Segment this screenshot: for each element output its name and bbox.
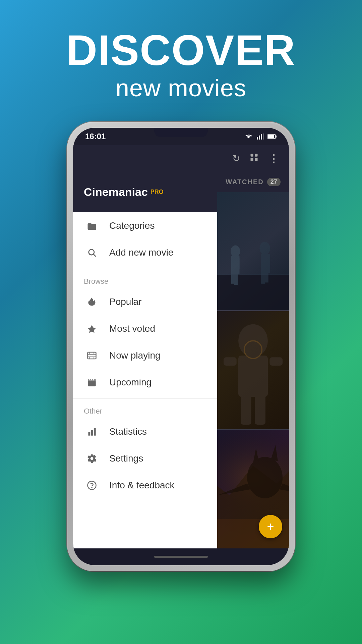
drawer-item-categories[interactable]: Categories — [73, 212, 217, 239]
svg-rect-14 — [88, 352, 96, 359]
svg-point-33 — [231, 245, 240, 257]
drawer-item-popular[interactable]: Popular — [73, 288, 217, 315]
movie-scene-1 — [217, 192, 289, 310]
svg-rect-52 — [217, 359, 218, 429]
phone-mockup: 16:01 — [67, 122, 295, 571]
drawer-items-list: Categories Add new movie — [73, 212, 217, 548]
drawer-item-most-voted[interactable]: Most voted — [73, 315, 217, 342]
discover-title: DISCOVER — [66, 27, 296, 74]
chart-icon — [84, 424, 100, 440]
movie-bg-1 — [217, 192, 289, 310]
info-feedback-label: Info & feedback — [109, 480, 175, 491]
svg-point-57 — [247, 457, 283, 498]
svg-rect-27 — [91, 430, 93, 436]
svg-rect-6 — [268, 135, 274, 138]
svg-rect-41 — [261, 271, 265, 284]
statistics-label: Statistics — [109, 426, 147, 437]
svg-rect-48 — [269, 357, 283, 366]
fab-container: + — [259, 515, 282, 538]
search-icon — [84, 245, 100, 261]
discover-subtitle: new movies — [66, 74, 296, 102]
main-content: Cinemaniac PRO Cate — [73, 172, 289, 548]
svg-rect-2 — [261, 134, 262, 140]
svg-rect-28 — [94, 428, 96, 435]
movie-panel: WATCHED 27 — [217, 172, 289, 548]
drawer-item-upcoming[interactable]: Upcoming — [73, 369, 217, 396]
wifi-icon — [244, 133, 253, 140]
svg-rect-42 — [264, 271, 268, 282]
watched-bar: WATCHED 27 — [217, 172, 289, 192]
popular-label: Popular — [109, 297, 142, 307]
header-section: DISCOVER new movies — [66, 27, 296, 102]
clapperboard-icon — [84, 374, 100, 390]
svg-rect-7 — [251, 154, 253, 157]
fab-add-button[interactable]: + — [259, 515, 282, 538]
refresh-icon[interactable]: ↻ — [232, 153, 240, 164]
svg-marker-13 — [88, 325, 96, 333]
fire-icon — [84, 294, 100, 310]
svg-rect-46 — [238, 356, 268, 397]
svg-rect-49 — [241, 395, 251, 425]
drawer-item-statistics[interactable]: Statistics — [73, 418, 217, 445]
drawer-item-settings[interactable]: Settings — [73, 445, 217, 472]
svg-rect-3 — [263, 133, 264, 140]
film-icon — [84, 347, 100, 364]
settings-label: Settings — [109, 453, 143, 464]
home-indicator — [154, 556, 208, 558]
upcoming-label: Upcoming — [109, 377, 152, 388]
bottom-bar — [73, 548, 289, 565]
add-movie-label: Add new movie — [109, 247, 173, 258]
more-options-icon[interactable]: ⋮ — [268, 152, 279, 165]
movie-bg-2 — [217, 311, 289, 429]
drawer-item-info-feedback[interactable]: Info & feedback — [73, 472, 217, 499]
svg-rect-5 — [276, 136, 277, 138]
svg-rect-8 — [255, 154, 257, 157]
divider-2 — [73, 398, 217, 399]
drawer-item-add-movie[interactable]: Add new movie — [73, 239, 217, 266]
svg-rect-50 — [255, 395, 265, 425]
battery-icon — [267, 134, 277, 139]
status-icons — [244, 133, 277, 140]
phone-body: 16:01 — [67, 122, 295, 571]
grid-view-icon[interactable] — [249, 153, 259, 164]
svg-rect-21 — [88, 381, 96, 386]
movie-scene-2 — [217, 311, 289, 429]
phone-notch — [154, 128, 208, 137]
watched-label: WATCHED — [226, 178, 264, 186]
svg-line-12 — [94, 254, 96, 256]
star-icon — [84, 321, 100, 337]
svg-rect-53 — [289, 346, 289, 429]
help-icon — [84, 477, 100, 493]
svg-rect-1 — [259, 136, 260, 140]
navigation-drawer: Cinemaniac PRO Cate — [73, 172, 217, 548]
drawer-header: Cinemaniac PRO — [73, 172, 217, 212]
svg-rect-37 — [231, 258, 235, 269]
svg-point-30 — [92, 487, 92, 487]
svg-rect-40 — [261, 254, 270, 273]
pro-badge: PRO — [150, 189, 164, 196]
movie-grid — [217, 192, 289, 548]
drawer-item-now-playing[interactable]: Now playing — [73, 342, 217, 369]
svg-rect-47 — [224, 357, 237, 366]
phone-screen: 16:01 — [73, 128, 289, 565]
app-screen: 16:01 — [73, 128, 289, 565]
now-playing-label: Now playing — [109, 350, 161, 361]
svg-point-39 — [259, 242, 270, 255]
svg-rect-36 — [234, 272, 238, 285]
movie-card-1[interactable] — [217, 192, 289, 310]
app-name-label: Cinemaniac — [84, 185, 148, 199]
signal-icon — [257, 133, 264, 140]
app-bar-actions: ↻ ⋮ — [232, 152, 279, 165]
categories-label: Categories — [109, 220, 155, 231]
folder-icon — [84, 218, 100, 234]
svg-rect-10 — [255, 158, 257, 161]
divider-1 — [73, 269, 217, 269]
movie-card-2[interactable] — [217, 311, 289, 429]
status-time: 16:01 — [85, 132, 106, 141]
svg-rect-26 — [88, 432, 90, 436]
settings-icon — [84, 450, 100, 467]
svg-rect-32 — [217, 275, 289, 310]
watched-count: 27 — [267, 178, 281, 186]
svg-point-11 — [89, 249, 94, 255]
browse-section-label: Browse — [73, 272, 217, 288]
